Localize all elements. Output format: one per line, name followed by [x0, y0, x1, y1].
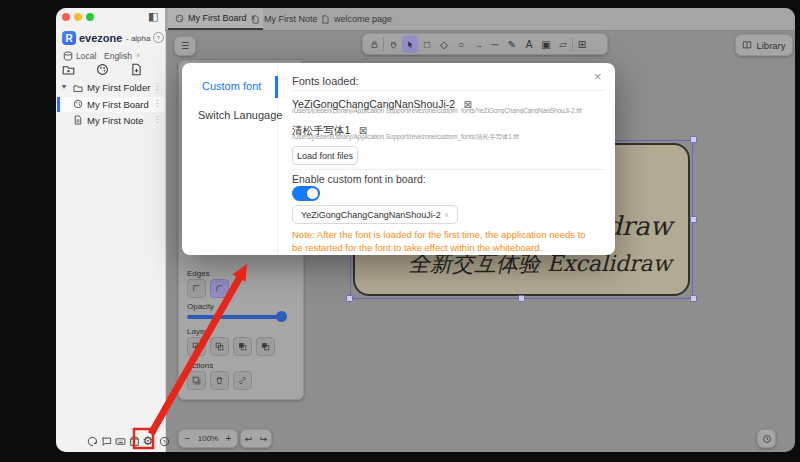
clock-icon: [762, 434, 772, 444]
keyboard-shortcuts-icon[interactable]: [114, 435, 126, 447]
board-palette-icon: [73, 99, 83, 109]
bring-forward-button[interactable]: [233, 337, 252, 356]
actions-label: Actions: [187, 361, 213, 370]
font-select[interactable]: YeZiGongChangCangNanShouJi-2 ∨: [292, 205, 458, 224]
collapse-sidebar-icon[interactable]: ◧: [148, 10, 158, 23]
opacity-slider-knob[interactable]: [276, 311, 287, 322]
ellipse-tool-button[interactable]: ○: [453, 35, 469, 53]
app-window: ◧ R evezone - alpha ? Local English ∨ ▾ …: [56, 8, 795, 452]
duplicate-button[interactable]: [187, 371, 206, 390]
zoom-out-button[interactable]: −: [179, 433, 196, 444]
delete-button[interactable]: [210, 371, 229, 390]
chevron-expand-icon[interactable]: ▾: [62, 82, 66, 91]
info-icon[interactable]: ?: [153, 32, 164, 43]
sidebar-item-folder[interactable]: ▾ My First Folder ⋮: [56, 80, 165, 95]
library-label: Library: [756, 40, 785, 51]
diamond-tool-button[interactable]: ◇: [436, 35, 452, 53]
app-version: - alpha: [126, 34, 150, 43]
library-button[interactable]: Library: [735, 34, 793, 56]
revezone-logo: R: [62, 31, 76, 45]
edges-round-button[interactable]: [210, 279, 229, 298]
library-book-icon: [742, 40, 752, 50]
sidebar-item-note[interactable]: My First Note ⋮: [56, 113, 165, 128]
storage-icon: [63, 51, 73, 61]
traffic-minimize-button[interactable]: [74, 13, 82, 21]
layers-label: Layers: [187, 327, 211, 336]
custom-font-dialog: Custom font Switch Lanugage × Fonts load…: [182, 63, 615, 255]
redo-button[interactable]: ↪: [260, 434, 268, 444]
add-board-button[interactable]: [96, 63, 109, 76]
language-select[interactable]: English: [104, 51, 132, 61]
rectangle-tool-button[interactable]: □: [419, 35, 435, 53]
menu-button[interactable]: ☰: [174, 36, 196, 56]
traffic-close-button[interactable]: [62, 13, 70, 21]
tab-bar: My First Board × My First Note welcome p…: [165, 8, 795, 31]
zoom-in-button[interactable]: +: [220, 433, 237, 444]
feedback-bubble-icon[interactable]: [100, 435, 112, 447]
dialog-close-icon[interactable]: ×: [594, 69, 602, 84]
tree-item-label: My First Folder: [87, 82, 150, 93]
eraser-tool-button[interactable]: ▱: [555, 35, 571, 53]
active-indicator: [57, 97, 60, 112]
package-icon[interactable]: [128, 435, 140, 447]
line-tool-button[interactable]: ─: [487, 35, 503, 53]
history-control: ↩ ↪: [240, 429, 272, 448]
selection-handle[interactable]: [690, 136, 697, 143]
tab-custom-font[interactable]: Custom font: [202, 80, 261, 92]
font-path: /Users/joeben/Library/Application Suppor…: [292, 133, 607, 142]
text-tool-button[interactable]: A: [521, 35, 537, 53]
add-folder-button[interactable]: [62, 63, 75, 76]
tab-label: welcome page: [334, 14, 392, 24]
more-icon[interactable]: ⋮: [153, 115, 161, 124]
send-to-back-button[interactable]: [187, 337, 206, 356]
font-select-value: YeZiGongChangCangNanShouJi-2: [301, 210, 441, 220]
draw-tool-button[interactable]: ✎: [504, 35, 520, 53]
sidebar-item-board[interactable]: My First Board ⋮: [56, 97, 165, 112]
note-file-icon: [251, 15, 260, 24]
selection-tool-button[interactable]: [402, 35, 418, 53]
tab-switch-language[interactable]: Switch Lanugage: [198, 109, 282, 121]
help-icon[interactable]: [158, 435, 170, 447]
link-button[interactable]: [233, 371, 252, 390]
enable-toggle[interactable]: [292, 186, 320, 201]
tab-label: My First Board: [188, 13, 247, 23]
tab-label: My First Note: [264, 14, 318, 24]
opacity-label: Opacity: [187, 302, 214, 311]
undo-button[interactable]: ↩: [245, 434, 253, 444]
toolbar-divider: [383, 37, 384, 51]
bring-to-front-button[interactable]: [256, 337, 275, 356]
more-icon[interactable]: ⋮: [153, 82, 161, 91]
lock-tool-button[interactable]: [366, 35, 382, 53]
hand-tool-button[interactable]: [385, 35, 401, 53]
tree-item-label: My First Note: [87, 115, 143, 126]
tab-my-first-note[interactable]: My First Note: [244, 8, 325, 30]
drawing-toolbar: □ ◇ ○ → ─ ✎ A ▣ ▱ ⊞: [362, 33, 608, 55]
github-icon[interactable]: [86, 435, 98, 447]
send-backward-button[interactable]: [210, 337, 229, 356]
edges-sharp-button[interactable]: [187, 279, 206, 298]
opacity-slider-track[interactable]: [187, 315, 283, 319]
traffic-zoom-button[interactable]: [86, 13, 94, 21]
active-tab-indicator: [275, 76, 278, 98]
divider: [292, 169, 605, 170]
scroll-back-button[interactable]: [757, 429, 776, 448]
settings-gear-button[interactable]: ⚙: [142, 435, 154, 447]
app-title: evezone: [79, 32, 122, 44]
add-note-button[interactable]: [130, 63, 143, 76]
frame-tool-button[interactable]: ⊞: [574, 35, 590, 53]
arrow-tool-button[interactable]: →: [470, 35, 486, 53]
image-tool-button[interactable]: ▣: [538, 35, 554, 53]
selection-handle[interactable]: [690, 295, 697, 302]
page-file-icon: [321, 15, 330, 24]
zoom-control: − 100% +: [178, 429, 238, 448]
load-font-files-button[interactable]: Load font files: [292, 146, 358, 165]
selection-handle[interactable]: [346, 295, 353, 302]
more-icon[interactable]: ⋮: [153, 99, 161, 108]
enable-custom-font-label: Enable custom font in board:: [292, 173, 426, 185]
selection-handle[interactable]: [690, 216, 697, 223]
storage-mode-label[interactable]: Local: [76, 51, 96, 61]
zoom-level[interactable]: 100%: [196, 434, 220, 443]
tree-item-label: My First Board: [87, 99, 149, 110]
selection-handle[interactable]: [518, 295, 525, 302]
tab-welcome-page[interactable]: welcome page: [314, 8, 399, 30]
